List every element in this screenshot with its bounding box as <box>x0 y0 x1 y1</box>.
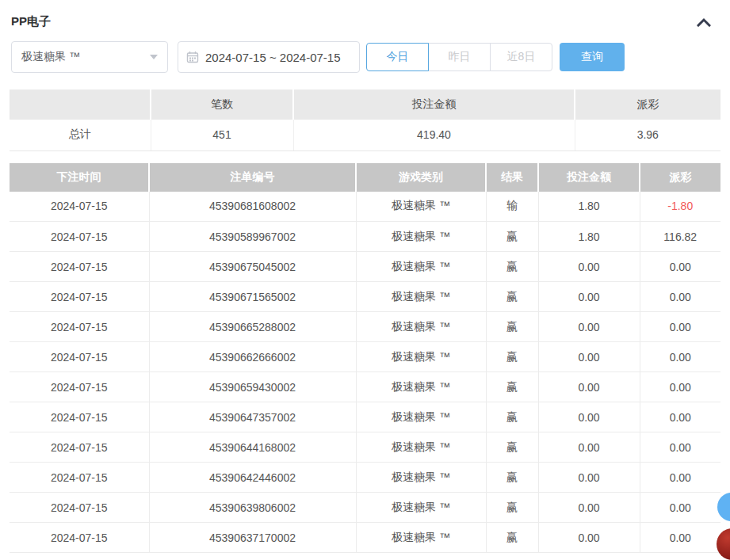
table-cell: 赢 <box>486 432 538 463</box>
table-cell: 45390659430002 <box>149 372 356 402</box>
table-cell: 1.80 <box>538 222 640 252</box>
table-cell: 0.00 <box>640 523 720 553</box>
col-header-bet-amount: 投注金额 <box>538 163 640 192</box>
table-cell: 2024-07-15 <box>10 252 149 282</box>
table-cell: 45390681608002 <box>149 192 356 222</box>
table-cell: 2024-07-15 <box>10 402 149 432</box>
caret-down-icon <box>150 55 158 59</box>
col-header-ticket-number: 注单编号 <box>149 163 356 192</box>
table-cell: 极速糖果 ™ <box>356 493 486 523</box>
table-cell: 2024-07-15 <box>10 342 149 372</box>
table-cell: 2024-07-15 <box>10 463 149 493</box>
page-title: PP电子 <box>11 14 51 29</box>
table-cell: 极速糖果 ™ <box>356 372 486 402</box>
table-cell: 0.00 <box>538 432 640 463</box>
summary-total-bet-amount: 419.40 <box>293 120 575 150</box>
table-cell: 0.00 <box>538 282 640 312</box>
table-cell: 0.00 <box>538 312 640 342</box>
date-range-value: 2024-07-15 ~ 2024-07-15 <box>205 51 341 64</box>
col-header-payout: 派彩 <box>640 163 720 192</box>
table-cell: 0.00 <box>538 252 640 282</box>
table-cell: 45390675045002 <box>149 252 356 282</box>
table-cell: 极速糖果 ™ <box>356 402 486 432</box>
table-row: 2024-07-1545390659430002极速糖果 ™赢0.000.00 <box>10 372 720 402</box>
table-cell: 赢 <box>486 372 538 402</box>
table-row: 2024-07-1545390665288002极速糖果 ™赢0.000.00 <box>10 312 720 342</box>
table-cell: 0.00 <box>640 312 720 342</box>
quick-date-button-group: 今日 昨日 近8日 <box>366 43 552 71</box>
table-cell: 0.00 <box>640 402 720 432</box>
table-cell: 极速糖果 ™ <box>356 222 486 252</box>
summary-header-count: 笔数 <box>151 90 293 120</box>
game-select-value: 极速糖果 ™ <box>21 50 80 64</box>
summary-header-blank <box>10 90 151 120</box>
table-cell: 0.00 <box>640 463 720 493</box>
filter-bar: 极速糖果 ™ 2024-07-15 ~ 2024-07-15 今日 昨日 近8日… <box>0 29 730 73</box>
table-cell: 0.00 <box>640 252 720 282</box>
table-cell: 0.00 <box>538 523 640 553</box>
table-cell: 45390589967002 <box>149 222 356 252</box>
table-cell: 2024-07-15 <box>10 282 149 312</box>
quick-button-last8days[interactable]: 近8日 <box>490 43 552 71</box>
table-cell: 赢 <box>486 402 538 432</box>
table-cell: 输 <box>486 192 538 222</box>
table-cell: 0.00 <box>640 372 720 402</box>
table-cell: 赢 <box>486 342 538 372</box>
table-cell: 极速糖果 ™ <box>356 312 486 342</box>
table-cell: -1.80 <box>640 192 720 222</box>
calendar-icon <box>186 51 199 63</box>
table-cell: 116.82 <box>640 222 720 252</box>
table-row: 2024-07-1545390644168002极速糖果 ™赢0.000.00 <box>10 432 720 463</box>
table-row: 2024-07-1545390662666002极速糖果 ™赢0.000.00 <box>10 342 720 372</box>
table-cell: 赢 <box>486 252 538 282</box>
table-cell: 赢 <box>486 493 538 523</box>
table-cell: 45390647357002 <box>149 402 356 432</box>
table-row: 2024-07-1545390639806002极速糖果 ™赢0.000.00 <box>10 493 720 523</box>
table-cell: 2024-07-15 <box>10 432 149 463</box>
table-cell: 极速糖果 ™ <box>356 523 486 553</box>
summary-header-payout: 派彩 <box>575 90 720 120</box>
table-cell: 0.00 <box>538 402 640 432</box>
table-cell: 0.00 <box>640 432 720 463</box>
quick-button-today[interactable]: 今日 <box>366 43 429 71</box>
table-cell: 45390662666002 <box>149 342 356 372</box>
table-row: 2024-07-1545390681608002极速糖果 ™输1.80-1.80 <box>10 192 720 222</box>
summary-header-row: 笔数 投注金额 派彩 <box>10 90 720 120</box>
summary-total-label: 总计 <box>10 120 151 150</box>
table-cell: 赢 <box>486 523 538 553</box>
table-row: 2024-07-1545390589967002极速糖果 ™赢1.80116.8… <box>10 222 720 252</box>
table-cell: 45390639806002 <box>149 493 356 523</box>
table-cell: 45390642446002 <box>149 463 356 493</box>
table-cell: 极速糖果 ™ <box>356 252 486 282</box>
table-cell: 极速糖果 ™ <box>356 282 486 312</box>
table-cell: 0.00 <box>538 372 640 402</box>
table-cell: 45390644168002 <box>149 432 356 463</box>
table-cell: 极速糖果 ™ <box>356 463 486 493</box>
table-cell: 极速糖果 ™ <box>356 192 486 222</box>
date-range-picker[interactable]: 2024-07-15 ~ 2024-07-15 <box>178 41 360 73</box>
table-cell: 2024-07-15 <box>10 493 149 523</box>
summary-total-payout: 3.96 <box>575 120 720 150</box>
col-header-game-category: 游戏类别 <box>356 163 486 192</box>
chevron-up-icon <box>697 17 711 27</box>
table-cell: 1.80 <box>538 192 640 222</box>
table-cell: 45390665288002 <box>149 312 356 342</box>
table-cell: 0.00 <box>640 493 720 523</box>
table-cell: 赢 <box>486 463 538 493</box>
quick-button-yesterday[interactable]: 昨日 <box>428 43 491 71</box>
table-cell: 45390671565002 <box>149 282 356 312</box>
search-button[interactable]: 查询 <box>560 43 625 71</box>
table-cell: 45390637170002 <box>149 523 356 553</box>
table-cell: 0.00 <box>538 342 640 372</box>
bet-table-body: 2024-07-1545390681608002极速糖果 ™输1.80-1.80… <box>10 192 720 553</box>
bet-table-header-row: 下注时间 注单编号 游戏类别 结果 投注金额 派彩 <box>10 163 720 192</box>
table-cell: 赢 <box>486 222 538 252</box>
panel-header: PP电子 <box>0 0 730 29</box>
game-select[interactable]: 极速糖果 ™ <box>11 41 168 73</box>
table-cell: 极速糖果 ™ <box>356 342 486 372</box>
table-cell: 0.00 <box>538 493 640 523</box>
collapse-button[interactable] <box>695 16 713 29</box>
table-cell: 2024-07-15 <box>10 372 149 402</box>
col-header-bet-time: 下注时间 <box>10 163 149 192</box>
table-cell: 2024-07-15 <box>10 222 149 252</box>
